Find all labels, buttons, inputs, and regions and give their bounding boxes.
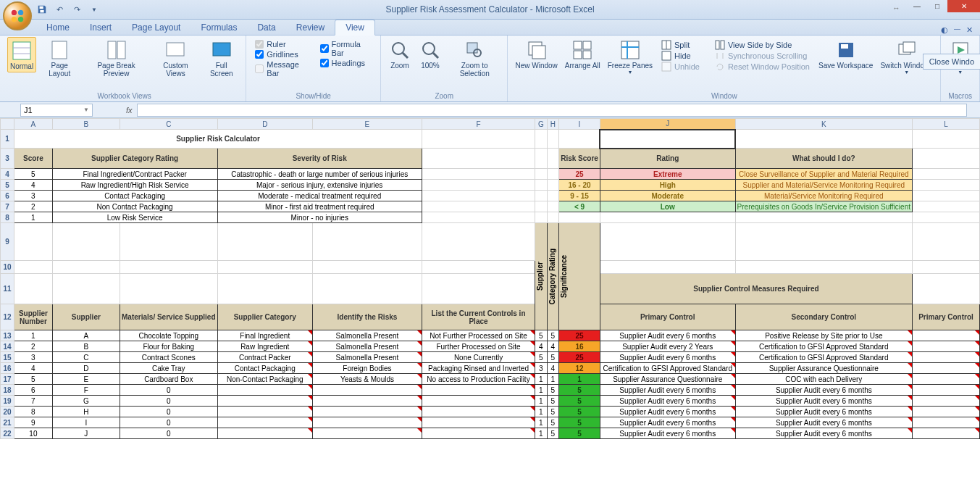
cell[interactable]: C: [52, 352, 120, 363]
cell[interactable]: Supplier Audit every 6 months: [600, 385, 735, 396]
cell[interactable]: 1: [559, 374, 600, 385]
cell[interactable]: 0: [120, 396, 217, 407]
cell[interactable]: 1: [535, 385, 548, 396]
split-button[interactable]: Split: [661, 40, 700, 50]
cell[interactable]: Yeasts & Moulds: [313, 374, 422, 385]
cell[interactable]: [217, 428, 312, 439]
cell[interactable]: [217, 417, 312, 428]
cell[interactable]: Chocolate Topping: [120, 330, 217, 341]
cell[interactable]: [313, 417, 422, 428]
cell[interactable]: Salmonella Present: [313, 330, 422, 341]
cell[interactable]: 4: [547, 341, 559, 352]
cell[interactable]: Contract Packer: [217, 352, 312, 363]
cell[interactable]: F: [52, 385, 120, 396]
cell[interactable]: H: [52, 407, 120, 417]
message-bar-checkbox[interactable]: Message Bar: [255, 60, 309, 78]
cell[interactable]: Supplier Audit every 6 months: [735, 407, 912, 417]
page-break-button[interactable]: Page Break Preview: [83, 37, 149, 79]
tab-formulas[interactable]: Formulas: [190, 20, 247, 35]
zoom-button[interactable]: Zoom: [385, 37, 414, 71]
cell[interactable]: [422, 396, 535, 407]
tab-insert[interactable]: Insert: [80, 20, 122, 35]
cell[interactable]: Supplier Audit every 6 months: [600, 407, 735, 417]
cell[interactable]: 5: [559, 417, 600, 428]
cell[interactable]: COC with each Delivery: [735, 374, 912, 385]
cell[interactable]: I: [52, 417, 120, 428]
cell[interactable]: Further Processed on Site: [422, 341, 535, 352]
cell[interactable]: [217, 407, 312, 417]
cell[interactable]: [913, 374, 980, 385]
close-workbook-icon[interactable]: ✕: [966, 25, 973, 35]
cell[interactable]: [913, 428, 980, 439]
cell[interactable]: Not Further Processed on Site: [422, 330, 535, 341]
cell[interactable]: [422, 417, 535, 428]
tab-data[interactable]: Data: [247, 20, 285, 35]
cell[interactable]: 5: [547, 428, 559, 439]
cell[interactable]: [313, 407, 422, 417]
cell[interactable]: 16: [559, 341, 600, 352]
cell[interactable]: 1: [14, 330, 53, 341]
cell[interactable]: Positive Release by Site prior to Use: [735, 330, 912, 341]
undo-icon[interactable]: ↶: [54, 4, 65, 15]
cell[interactable]: 1: [535, 396, 548, 407]
cell[interactable]: 5: [559, 385, 600, 396]
cell[interactable]: 5: [547, 417, 559, 428]
cell[interactable]: Salmonella Present: [313, 341, 422, 352]
cell[interactable]: 1: [535, 374, 548, 385]
save-workspace-button[interactable]: Save Workspace: [816, 37, 876, 71]
cell[interactable]: Supplier Audit every 6 months: [735, 385, 912, 396]
cell[interactable]: [913, 341, 980, 352]
cell[interactable]: [913, 363, 980, 374]
name-box[interactable]: J1▼: [20, 104, 93, 117]
tab-home[interactable]: Home: [36, 20, 80, 35]
cell[interactable]: Supplier Assurance Questionnaire: [735, 363, 912, 374]
cell[interactable]: 4: [547, 363, 559, 374]
cell[interactable]: Cardboard Box: [120, 374, 217, 385]
cell[interactable]: Supplier Audit every 6 months: [600, 330, 735, 341]
help-icon[interactable]: ◐: [941, 25, 948, 35]
cell[interactable]: 5: [535, 352, 548, 363]
qat-dropdown-icon[interactable]: ▼: [88, 4, 100, 15]
cell[interactable]: [913, 417, 980, 428]
cell[interactable]: [313, 396, 422, 407]
cell[interactable]: [313, 385, 422, 396]
cell[interactable]: Supplier Audit every 6 months: [600, 352, 735, 363]
cell[interactable]: [913, 352, 980, 363]
cell[interactable]: 12: [559, 363, 600, 374]
chevron-down-icon[interactable]: ▼: [83, 107, 89, 113]
cell[interactable]: 0: [120, 407, 217, 417]
cell[interactable]: [313, 428, 422, 439]
sheet-title[interactable]: Supplier Risk Calculator: [14, 130, 422, 149]
cell[interactable]: 25: [559, 352, 600, 363]
side-by-side-button[interactable]: View Side by Side: [715, 40, 810, 50]
cell[interactable]: 4: [535, 341, 548, 352]
cell[interactable]: B: [52, 341, 120, 352]
full-screen-button[interactable]: Full Screen: [201, 37, 241, 79]
cell[interactable]: 0: [120, 417, 217, 428]
zoom-100-button[interactable]: 100%: [416, 37, 445, 71]
cell[interactable]: G: [52, 396, 120, 407]
cell[interactable]: [422, 385, 535, 396]
cell[interactable]: 1: [547, 374, 559, 385]
cell[interactable]: A: [52, 330, 120, 341]
cell[interactable]: Certification to GFSI Approved Standard: [735, 341, 912, 352]
cell[interactable]: 6: [14, 385, 53, 396]
cell[interactable]: None Currently: [422, 352, 535, 363]
selected-cell[interactable]: [600, 130, 735, 149]
redo-icon[interactable]: ↷: [71, 4, 83, 15]
formula-input[interactable]: [137, 104, 967, 117]
cell[interactable]: Salmonella Present: [313, 352, 422, 363]
cell[interactable]: E: [52, 374, 120, 385]
cell[interactable]: Contract Scones: [120, 352, 217, 363]
cell[interactable]: [217, 385, 312, 396]
cell[interactable]: 5: [547, 330, 559, 341]
tab-view[interactable]: View: [335, 20, 375, 36]
office-button[interactable]: [3, 1, 32, 30]
cell[interactable]: 8: [14, 407, 53, 417]
cell[interactable]: Supplier Audit every 6 months: [735, 428, 912, 439]
normal-view-button[interactable]: Normal: [7, 37, 36, 72]
cell[interactable]: Raw Ingredient: [217, 341, 312, 352]
cell[interactable]: 5: [14, 374, 53, 385]
cell[interactable]: Non-Contact Packaging: [217, 374, 312, 385]
cell[interactable]: Contact Packaging: [217, 363, 312, 374]
